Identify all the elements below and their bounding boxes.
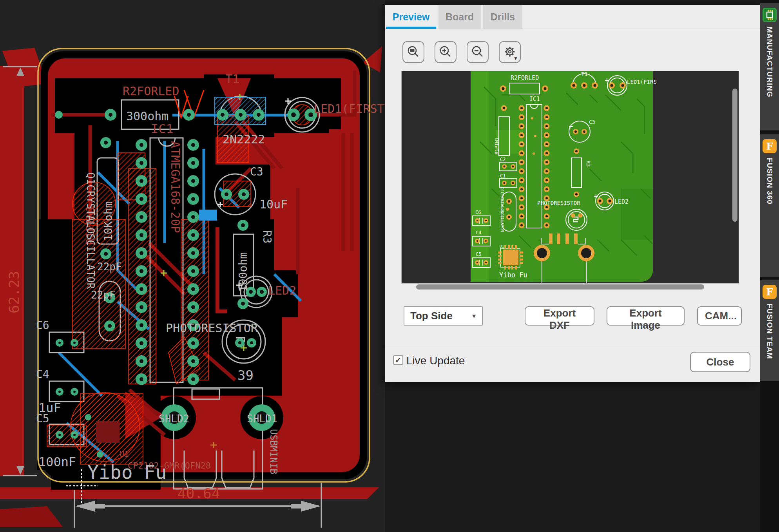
value-c5: 100nF xyxy=(38,454,76,469)
value-r3: 100ohm xyxy=(237,252,250,292)
dim-width-label: 40.64 xyxy=(178,485,220,501)
fusion-logo-icon: F xyxy=(763,139,777,153)
render-ref-led1: LED1(FIRS xyxy=(627,79,657,85)
render-board-body xyxy=(471,71,653,282)
side-panel-strip: MANUFACTURING F FUSION 360 F FUSION TEAM xyxy=(760,0,779,532)
close-button[interactable]: Close xyxy=(690,352,750,372)
ref-c3: C3 xyxy=(250,165,263,178)
render-ref-ic1: IC1 xyxy=(529,96,540,103)
render-ref-c1: C1 xyxy=(500,173,505,179)
zoom-fit-icon xyxy=(406,45,420,59)
zoom-in-icon xyxy=(438,45,453,59)
view-settings-button[interactable]: ▼ xyxy=(499,41,521,63)
value-xtal-1: 22pF xyxy=(97,261,122,273)
tab-board[interactable]: Board xyxy=(438,5,481,29)
side-tab-manufacturing[interactable]: MANUFACTURING xyxy=(760,3,779,130)
export-dxf-button[interactable]: Export DXF xyxy=(525,306,594,326)
ref-ic1: IC1 xyxy=(151,121,174,136)
render-ref-r1: R1PIN1 xyxy=(494,138,500,154)
board-render-viewport[interactable]: R2FORLED T1 LED1(FIRS IC1 R1PIN1 C2 C1 C… xyxy=(401,71,739,284)
render-ref-r3: R3 xyxy=(585,161,591,167)
render-ref-c4: C4 xyxy=(476,230,481,235)
tab-preview[interactable]: Preview xyxy=(386,5,436,29)
live-update-label: Live Update xyxy=(406,355,465,367)
value-atmega: ATMEGA168-20P xyxy=(168,141,182,233)
ref-c4: C4 xyxy=(36,368,49,381)
ref-photoresistor: PHOTORESISTOR xyxy=(166,321,258,335)
ref-led1: LED1(FIRSTT xyxy=(313,102,385,116)
pcb-chip-icon xyxy=(763,8,777,22)
ref-c6: C6 xyxy=(36,319,49,332)
checkmark-icon: ✓ xyxy=(395,356,401,365)
author-label: Yibo Fu xyxy=(87,461,167,483)
ref-shld1: SHLD1 xyxy=(247,413,277,425)
app-window: R2FORLED T1 IC1 ATMEGA168-20P R1PIN1 LED… xyxy=(0,0,779,532)
manufacturing-preview-dialog: Preview Board Drills xyxy=(385,5,760,382)
live-update-checkbox[interactable]: ✓ xyxy=(393,355,403,365)
preview-dialog-tabbar: Preview Board Drills xyxy=(385,5,760,29)
ref-r3: R3 xyxy=(261,230,274,244)
render-ref-c5: C5 xyxy=(476,252,481,257)
ref-t1: T1 xyxy=(225,72,239,86)
render-ref-c6: C6 xyxy=(475,210,481,215)
render-ref-t1: T1 xyxy=(581,71,588,77)
zoom-out-button[interactable] xyxy=(467,41,489,63)
render-ref-u1: U1 xyxy=(500,244,504,248)
zoom-out-icon xyxy=(471,45,485,59)
ref-led2: LED2 xyxy=(268,284,296,297)
value-xtal-2: 22pF xyxy=(91,289,116,301)
side-tab-fusion360[interactable]: F FUSION 360 xyxy=(760,134,779,277)
layer-select-value: Top Side xyxy=(410,310,453,322)
side-tab-label: FUSION 360 xyxy=(765,158,774,204)
value-r1: 10Kohm xyxy=(102,201,115,241)
ref-shld2: SHLD2 xyxy=(159,413,189,425)
blue-smd-part xyxy=(199,210,217,221)
preview-vertical-scrollbar[interactable] xyxy=(732,89,737,222)
value-t1: 2N2222 xyxy=(223,132,265,146)
preview-horizontal-scrollbar[interactable] xyxy=(402,284,738,290)
render-ref-q1: Q1CRYSTALOSCILLATOR xyxy=(500,187,504,232)
tab-drills[interactable]: Drills xyxy=(483,5,522,29)
zoom-in-button[interactable] xyxy=(435,41,457,63)
caret-down-icon: ▼ xyxy=(513,56,518,61)
qfn-body xyxy=(96,421,120,443)
pcb-editor-canvas[interactable]: R2FORLED T1 IC1 ATMEGA168-20P R1PIN1 LED… xyxy=(0,0,385,532)
ref-u1: U1 xyxy=(120,449,129,459)
layer-select[interactable]: Top Side ▼ xyxy=(404,306,483,326)
render-ref-photo: PHOTORESISTOR xyxy=(537,200,580,206)
h-scroll-thumb[interactable] xyxy=(416,284,704,290)
ref-q1: Q1CRYSTALOSCILLATOR xyxy=(85,172,96,289)
render-ref-r2: R2FORLED xyxy=(511,74,539,81)
ref-c5: C5 xyxy=(36,412,49,425)
usb-silkscreen-label: USBMINIB xyxy=(268,429,279,474)
cam-button[interactable]: CAM... xyxy=(697,306,742,326)
dialog-footer: ✓ Live Update Close xyxy=(385,347,760,382)
render-ref-led2: LED2 xyxy=(614,198,629,205)
side-tab-fusionteam[interactable]: F FUSION TEAM xyxy=(760,280,779,381)
preview-controls: Top Side ▼ Export DXF Export Image CAM..… xyxy=(385,306,760,326)
render-author: Yibo Fu xyxy=(499,271,527,279)
zoom-fit-button[interactable] xyxy=(402,41,424,63)
render-ref-c3: C3 xyxy=(589,119,595,125)
dim-height-label: 62.23 xyxy=(6,271,22,313)
side-tab-label: FUSION TEAM xyxy=(765,304,774,359)
value-r2: 300ohm xyxy=(126,109,168,123)
render-ref-c2: C2 xyxy=(500,157,505,162)
fusion-logo-icon: F xyxy=(763,285,777,299)
label-39: 39 xyxy=(237,367,254,383)
board-render: R2FORLED T1 LED1(FIRS IC1 R1PIN1 C2 C1 C… xyxy=(402,71,739,283)
export-image-button[interactable]: Export Image xyxy=(607,306,685,326)
side-tab-label: MANUFACTURING xyxy=(765,27,774,98)
preview-toolbar: ▼ xyxy=(402,41,521,63)
caret-down-icon: ▼ xyxy=(471,313,477,319)
value-c3: 10uF xyxy=(259,197,288,211)
ref-r2forled: R2FORLED xyxy=(123,84,179,98)
